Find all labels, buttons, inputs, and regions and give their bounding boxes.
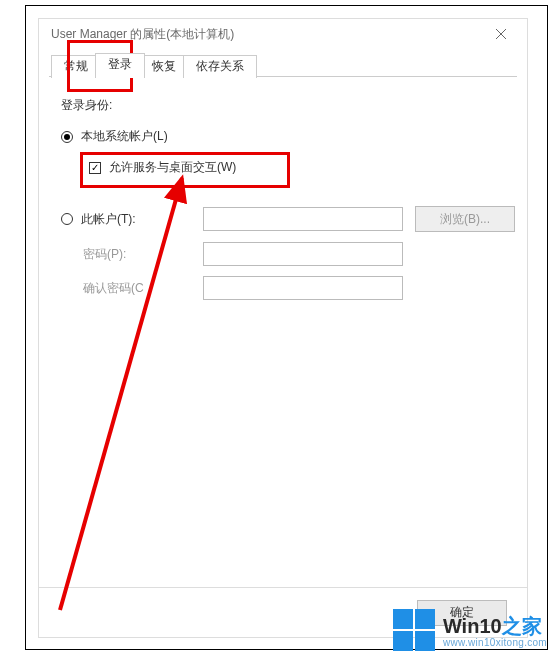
title-bar: User Manager 的属性(本地计算机) xyxy=(39,19,527,49)
local-system-label: 本地系统帐户(L) xyxy=(81,128,168,145)
tab-recovery[interactable]: 恢复 xyxy=(139,55,189,78)
close-button[interactable] xyxy=(481,20,521,48)
content-area: 登录身份: 本地系统帐户(L) ✓ 允许服务与桌面交互(W) 此帐户(T): 浏… xyxy=(39,77,527,320)
this-account-row[interactable]: 此帐户(T): xyxy=(61,211,191,228)
watermark-text: Win10之家 www.win10xitong.com xyxy=(443,615,547,648)
confirm-password-label: 确认密码(C xyxy=(61,280,191,297)
tab-strip: 常规 登录 恢复 依存关系 xyxy=(49,49,517,77)
password-input[interactable] xyxy=(203,242,403,266)
this-account-input[interactable] xyxy=(203,207,403,231)
tab-general[interactable]: 常规 xyxy=(51,55,101,78)
logon-as-label: 登录身份: xyxy=(61,97,505,114)
this-account-label: 此帐户(T): xyxy=(81,211,136,228)
close-icon xyxy=(496,29,506,39)
allow-desktop-row[interactable]: ✓ 允许服务与桌面交互(W) xyxy=(61,159,505,176)
account-form: 此帐户(T): 浏览(B)... 密码(P): 确认密码(C xyxy=(61,206,505,300)
password-label: 密码(P): xyxy=(61,246,191,263)
local-system-radio[interactable] xyxy=(61,131,73,143)
watermark: Win10之家 www.win10xitong.com xyxy=(393,609,547,653)
local-system-row[interactable]: 本地系统帐户(L) xyxy=(61,128,505,145)
confirm-password-input[interactable] xyxy=(203,276,403,300)
tab-logon[interactable]: 登录 xyxy=(95,53,145,78)
browse-button[interactable]: 浏览(B)... xyxy=(415,206,515,232)
dialog-window: User Manager 的属性(本地计算机) 常规 登录 恢复 依存关系 登录… xyxy=(38,18,528,638)
tab-dependencies[interactable]: 依存关系 xyxy=(183,55,257,78)
allow-desktop-label: 允许服务与桌面交互(W) xyxy=(109,159,236,176)
outer-frame: User Manager 的属性(本地计算机) 常规 登录 恢复 依存关系 登录… xyxy=(25,5,548,650)
windows-logo-icon xyxy=(393,609,437,653)
window-title: User Manager 的属性(本地计算机) xyxy=(51,26,481,43)
this-account-radio[interactable] xyxy=(61,213,73,225)
allow-desktop-checkbox[interactable]: ✓ xyxy=(89,162,101,174)
